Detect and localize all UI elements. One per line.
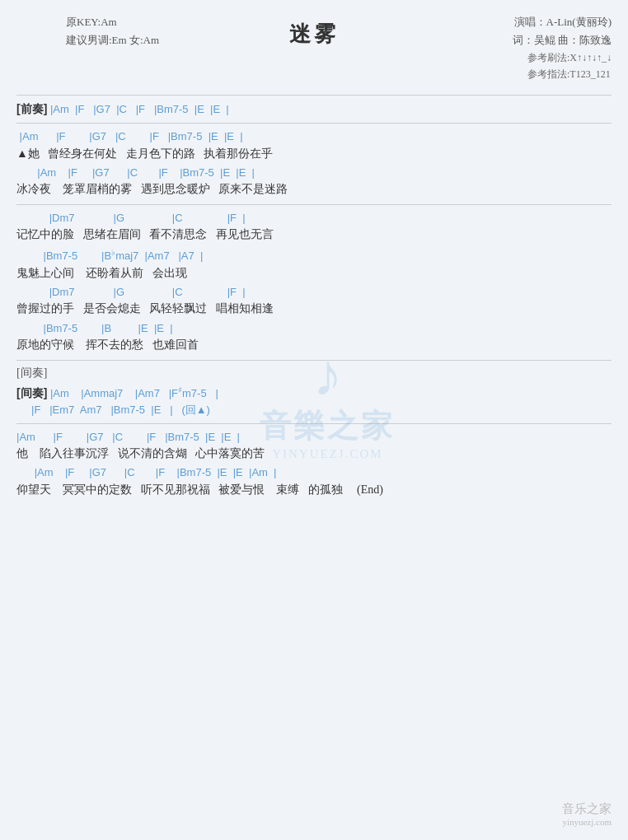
interlude-chord1: [间奏] |Am |Ammaj7 |Am7 |F♯m7-5 |	[16, 384, 612, 402]
verse1-lyric1: ▲她 曾经身在何处 走月色下的路 执着那份在乎	[16, 145, 612, 163]
meta-left: 原KEY:Am 建议男调:Em 女:Am	[66, 13, 159, 49]
verse3-section: |Am |F |G7 |C |F |Bm7-5 |E |E | 他 陷入往事沉浮…	[16, 429, 612, 500]
verse1-chord2: |Am |F |G7 |C |F |Bm7-5 |E |E |	[16, 165, 612, 181]
v2-lyric1: 记忆中的脸 思绪在眉间 看不清思念 再见也无言	[16, 226, 612, 244]
intro-label: [前奏]	[16, 102, 47, 115]
interlude-chord2: |F |Em7 Am7 |Bm7-5 |E | (回▲)	[16, 402, 612, 418]
intro-chord: [前奏] |Am |F |G7 |C |F |Bm7-5 |E |E |	[16, 100, 612, 118]
verse1-chord1: |Am |F |G7 |C |F |Bm7-5 |E |E |	[16, 128, 612, 145]
ref-info: 参考刷法:X↑↓↑↓↑_↓ 参考指法:T123_121	[527, 49, 612, 83]
key-label: 原KEY:Am	[66, 13, 159, 31]
footer-logo: 音乐之家 yinyuezj.com	[562, 801, 612, 827]
v2-chord3: |Dm7 |G |C |F |	[16, 284, 612, 301]
verse1-section: |Am |F |G7 |C |F |Bm7-5 |E |E | ▲她 曾经身在何…	[16, 128, 612, 199]
v2-chord4: |Bm7-5 |B |E |E |	[16, 320, 612, 337]
divider-4	[16, 423, 612, 424]
interlude-label: [间奏]	[16, 386, 47, 399]
divider-1	[16, 123, 612, 124]
v3-lyric2: 仰望天 冥冥中的定数 听不见那祝福 被爱与恨 束缚 的孤独 (End)	[16, 481, 612, 499]
v3-lyric1: 他 陷入往事沉浮 说不清的含煳 心中落寞的苦	[16, 445, 612, 463]
v3-chord1: |Am |F |G7 |C |F |Bm7-5 |E |E |	[16, 429, 612, 446]
paren1-label: [间奏]	[16, 366, 612, 380]
v2-chord2: |Bm7-5 |B♭maj7 |Am7 |A7 |	[16, 246, 612, 264]
divider-3	[16, 360, 612, 361]
verse2-section: |Dm7 |G |C |F | 记忆中的脸 思绪在眉间 看不清思念 再见也无言 …	[16, 210, 612, 355]
v2-lyric2: 鬼魅上心间 还盼着从前 会出现	[16, 264, 612, 282]
interlude-section: [间奏] |Am |Ammaj7 |Am7 |F♯m7-5 | |F |Em7 …	[16, 384, 612, 418]
strum-ref: 参考刷法:X↑↓↑↓↑_↓	[527, 49, 612, 66]
v3-chord2: |Am |F |G7 |C |F |Bm7-5 |E |E |Am |	[16, 464, 612, 481]
v2-lyric4: 原地的守候 挥不去的愁 也难回首	[16, 336, 612, 354]
divider-top	[16, 95, 612, 96]
singer-label: 演唱：A-Lin(黄丽玲)	[513, 13, 612, 31]
verse1-lyric2: 冰冷夜 笼罩眉梢的雾 遇到思念暖炉 原来不是迷路	[16, 180, 612, 198]
footer-cn: 音乐之家	[562, 801, 612, 817]
finger-ref: 参考指法:T123_121	[527, 66, 612, 82]
suggest-label: 建议男调:Em 女:Am	[66, 31, 159, 49]
footer-en: yinyuezj.com	[562, 817, 612, 827]
divider-2	[16, 204, 612, 205]
lyricist-label: 词：吴鲲 曲：陈致逸	[513, 31, 612, 49]
page: 原KEY:Am 建议男调:Em 女:Am 迷雾 演唱：A-Lin(黄丽玲) 词：…	[0, 0, 628, 840]
v2-lyric3: 曾握过的手 是否会熄走 风轻轻飘过 唱相知相逢	[16, 300, 612, 318]
intro-section: [前奏] |Am |F |G7 |C |F |Bm7-5 |E |E |	[16, 100, 612, 118]
meta-right: 演唱：A-Lin(黄丽玲) 词：吴鲲 曲：陈致逸	[513, 13, 612, 49]
v2-chord1: |Dm7 |G |C |F |	[16, 210, 612, 226]
